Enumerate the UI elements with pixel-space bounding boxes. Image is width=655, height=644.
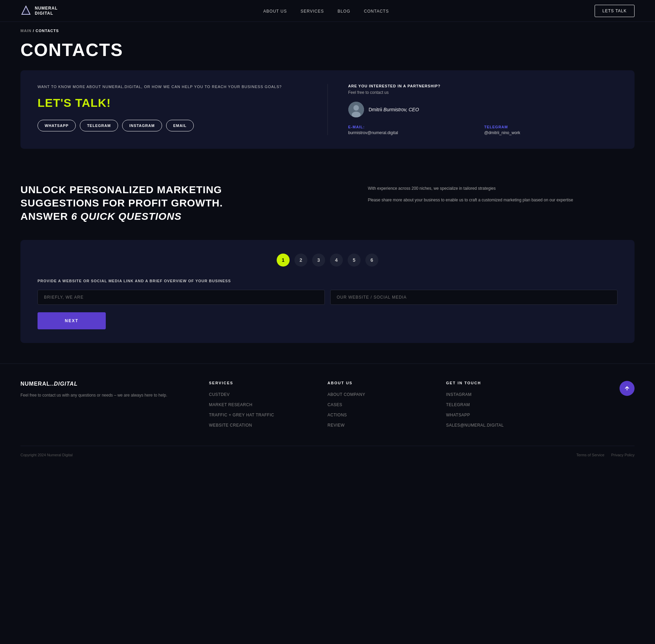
contact-divider [328,84,328,135]
person-row: Dmitrii Burmistrov, CEO [348,102,618,117]
arrow-up-icon [625,386,629,391]
footer-about-company[interactable]: ABOUT COMPANY [328,392,365,397]
footer-market-research[interactable]: MARKET RESEARCH [209,402,252,407]
marketing-title: UNLOCK PERSONALIZED MARKETING SUGGESTION… [20,183,340,223]
svg-marker-1 [22,6,30,14]
logo-text: NUMERAL DIGITAL [35,6,58,16]
footer-services: SERVICES CUSTDEV MARKET RESEARCH TRAFFIC… [209,381,314,432]
website-input[interactable] [330,290,617,305]
marketing-number: 6 [71,211,77,222]
svg-point-3 [353,105,359,111]
telegram-label: TELEGRAM [484,125,617,129]
nav-blog[interactable]: BLOG [337,9,350,14]
marketing-title-line1: UNLOCK PERSONALIZED MARKETING [20,183,340,196]
footer-sales-email[interactable]: SALES@NUMERAL.DIGITAL [446,423,504,428]
contact-info-grid: E-MAIL: burmistrov@numeral.digital TELEG… [348,125,618,135]
nav-links: ABOUT US SERVICES BLOG CONTACTS [263,8,389,14]
telegram-value[interactable]: @dmitrii_nino_work [484,130,617,135]
terms-link[interactable]: Terms of Service [577,453,605,457]
marketing-right: With experience across 200 niches, we sp… [368,183,635,209]
scroll-top-container [591,381,635,432]
quiz-card: 1 2 3 4 5 6 PROVIDE A WEBSITE OR SOCIAL … [20,240,635,343]
contact-buttons: WHATSAPP TELEGRAM INSTAGRAM EMAIL [38,120,307,131]
marketing-title-line2: SUGGESTIONS FOR PROFIT GROWTH. [20,196,340,210]
footer-brand-name: NUMERAL..DIGITAL [20,381,195,387]
breadcrumb-current: CONTACTS [35,29,59,33]
footer-custdev[interactable]: CUSTDEV [209,392,230,397]
get-in-touch-heading: GET IN TOUCH [446,381,577,385]
navbar: NUMERAL DIGITAL ABOUT US SERVICES BLOG C… [0,0,655,22]
avatar [348,102,364,117]
email-label: E-MAIL: [348,125,482,129]
quiz-step-6[interactable]: 6 [365,254,378,267]
quiz-steps: 1 2 3 4 5 6 [38,254,617,267]
person-name: Dmitrii Burmistrov, CEO [369,107,419,112]
marketing-left: UNLOCK PERSONALIZED MARKETING SUGGESTION… [20,183,340,223]
quiz-inputs [38,290,617,305]
nav-services[interactable]: SERVICES [301,9,324,14]
email-button[interactable]: EMAIL [166,120,194,131]
about-heading: ABOUT US [328,381,433,385]
marketing-suffix: QUICK QUESTIONS [77,211,181,222]
footer-brand: NUMERAL..DIGITAL Feel free to contact us… [20,381,195,432]
footer-top: NUMERAL..DIGITAL Feel free to contact us… [20,381,635,432]
footer-bottom: Copyright 2024 Numeral Digital Terms of … [20,446,635,457]
nav-about[interactable]: ABOUT US [263,9,287,14]
email-value[interactable]: burmistrov@numeral.digital [348,130,482,135]
marketing-desc1: With experience across 200 niches, we sp… [368,185,635,192]
brief-input[interactable] [38,290,325,305]
about-list: ABOUT COMPANY CASES ACTIONS REVIEW [328,391,433,428]
quiz-step-1[interactable]: 1 [277,254,290,267]
footer-legal: Terms of Service Privacy Policy [577,453,635,457]
quiz-step-2[interactable]: 2 [294,254,307,267]
footer-cases[interactable]: CASES [328,402,342,407]
footer-about: ABOUT US ABOUT COMPANY CASES ACTIONS REV… [328,381,433,432]
contact-question: WANT TO KNOW MORE ABOUT NUMERAL.DIGITAL,… [38,84,307,90]
contact-right: ARE YOU INTERESTED IN A PARTNERSHIP? Fee… [348,84,618,135]
footer-actions[interactable]: ACTIONS [328,413,347,417]
nav-contacts[interactable]: CONTACTS [364,9,389,14]
scroll-top-button[interactable] [620,381,635,396]
telegram-button[interactable]: TELEGRAM [80,120,118,131]
get-in-touch-list: INSTAGRAM TELEGRAM WHATSAPP SALES@NUMERA… [446,391,577,428]
contact-card: WANT TO KNOW MORE ABOUT NUMERAL.DIGITAL,… [20,70,635,149]
copyright: Copyright 2024 Numeral Digital [20,453,73,457]
quiz-step-4[interactable]: 4 [330,254,343,267]
lets-talk-heading: LET'S TALK! [38,96,307,110]
footer-instagram[interactable]: INSTAGRAM [446,392,472,397]
whatsapp-button[interactable]: WHATSAPP [38,120,76,131]
logo-icon [20,5,31,16]
marketing-section: UNLOCK PERSONALIZED MARKETING SUGGESTION… [0,162,655,237]
partnership-question: ARE YOU INTERESTED IN A PARTNERSHIP? [348,84,618,88]
marketing-desc2: Please share more about your business to… [368,197,635,203]
footer-brand-desc: Feel free to contact us with any questio… [20,392,195,399]
services-heading: SERVICES [209,381,314,385]
page-title: CONTACTS [0,36,655,70]
breadcrumb-main[interactable]: MAIN [20,29,31,33]
logo[interactable]: NUMERAL DIGITAL [20,5,58,16]
contact-left: WANT TO KNOW MORE ABOUT NUMERAL.DIGITAL,… [38,84,307,135]
instagram-button[interactable]: INSTAGRAM [122,120,162,131]
marketing-title-line3: ANSWER 6 QUICK QUESTIONS [20,210,340,223]
services-list: CUSTDEV MARKET RESEARCH TRAFFIC + GREY H… [209,391,314,428]
footer-telegram[interactable]: TELEGRAM [446,402,470,407]
footer-review[interactable]: REVIEW [328,423,345,428]
next-button[interactable]: NEXT [38,312,106,329]
quiz-question: PROVIDE A WEBSITE OR SOCIAL MEDIA LINK A… [38,279,617,283]
footer-whatsapp[interactable]: WHATSAPP [446,413,470,417]
footer-get-in-touch: GET IN TOUCH INSTAGRAM TELEGRAM WHATSAPP… [446,381,577,432]
lets-talk-button[interactable]: LETS TALK [595,5,635,17]
quiz-step-5[interactable]: 5 [348,254,361,267]
footer: NUMERAL..DIGITAL Feel free to contact us… [0,363,655,467]
feel-free-text: Feel free to contact us [348,90,618,95]
privacy-link[interactable]: Privacy Policy [611,453,635,457]
quiz-step-3[interactable]: 3 [312,254,325,267]
footer-traffic[interactable]: TRAFFIC + GREY HAT TRAFFIC [209,413,274,417]
breadcrumb: MAIN / CONTACTS [0,22,655,36]
footer-website[interactable]: WEBSITE CREATION [209,423,252,428]
